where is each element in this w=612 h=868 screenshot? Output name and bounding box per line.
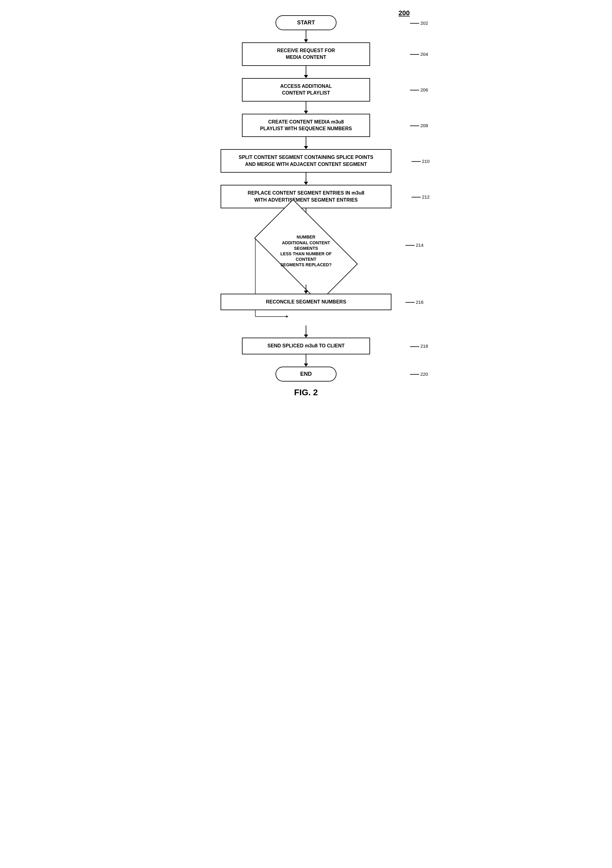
arrow-head [304,182,308,185]
decision-label: NUMBERADDITIONAL CONTENT SEGMENTSLESS TH… [280,234,332,267]
step7-ref: 218 [410,343,428,349]
start-row: START 202 [205,15,407,30]
decision-section: NO NUMBERADDITIONAL CONTENT SEGMENTSLESS… [211,220,401,326]
step4-row: SPLIT CONTENT SEGMENT CONTAINING SPLICE … [205,149,407,173]
arrow-line [306,285,306,291]
step4-ref: 210 [412,158,430,163]
flowchart: START 202 RECEIVE REQUEST FORMEDIA CONTE… [205,15,407,381]
arrow-line [306,137,306,146]
decision-ref: 214 [405,242,424,247]
step1-ref: 204 [410,51,428,57]
arrow-head [304,75,308,78]
arrow-3 [304,102,308,114]
diagram-container: 200 START 202 RECEIVE REQUEST FORMEDIA C… [199,6,413,416]
step7-label: SEND SPLICED m3u8 TO CLIENT [267,343,345,348]
arrow-2 [304,66,308,78]
arrow-9 [304,354,308,367]
step5-row: REPLACE CONTENT SEGMENT ENTRIES IN m3u8W… [205,185,407,208]
arrow-head [304,335,308,338]
step3-label: CREATE CONTENT MEDIA m3u8PLAYLIST WITH S… [260,119,352,131]
arrow-1 [304,30,308,42]
end-terminal: END [275,367,337,381]
step1-process: RECEIVE REQUEST FORMEDIA CONTENT [242,42,370,66]
step3-process: CREATE CONTENT MEDIA m3u8PLAYLIST WITH S… [242,114,370,137]
arrow-line [306,326,306,335]
fig-caption: FIG. 2 [205,388,407,397]
step6-label: RECONCILE SEGMENT NUMBERS [266,299,346,304]
arrow-line [306,354,306,364]
arrow-head [304,111,308,114]
arrow-head [304,146,308,149]
end-ref: 220 [410,372,428,377]
no-branch-merge-area [211,310,401,326]
arrow-8 [304,326,308,338]
arrow-5 [304,173,308,185]
arrow-line [306,173,306,182]
arrow-4 [304,137,308,149]
step4-process: SPLIT CONTENT SEGMENT CONTAINING SPLICE … [221,149,391,173]
step2-row: ACCESS ADDITIONALCONTENT PLAYLIST 206 [205,78,407,102]
arrow-head [304,364,308,367]
step3-row: CREATE CONTENT MEDIA m3u8PLAYLIST WITH S… [205,114,407,137]
step3-ref: 208 [410,122,428,128]
arrow-head [304,39,308,42]
arrow-line [306,102,306,111]
step1-row: RECEIVE REQUEST FORMEDIA CONTENT 204 [205,42,407,66]
step2-label: ACCESS ADDITIONALCONTENT PLAYLIST [280,84,332,96]
arrow-line [306,30,306,39]
decision-row: NUMBERADDITIONAL CONTENT SEGMENTSLESS TH… [211,220,401,282]
step5-label: REPLACE CONTENT SEGMENT ENTRIES IN m3u8W… [248,190,364,202]
step6-ref: 216 [405,299,424,305]
decision-text: NUMBERADDITIONAL CONTENT SEGMENTSLESS TH… [272,234,340,268]
start-ref: 202 [410,20,428,25]
step4-label: SPLIT CONTENT SEGMENT CONTAINING SPLICE … [239,155,373,166]
arrow-head [304,291,308,294]
step6-process: RECONCILE SEGMENT NUMBERS [221,294,391,310]
step1-label: RECEIVE REQUEST FORMEDIA CONTENT [277,48,335,60]
diamond-wrapper: NUMBERADDITIONAL CONTENT SEGMENTSLESS TH… [254,220,358,282]
step2-ref: 206 [410,87,428,92]
step6-row: RECONCILE SEGMENT NUMBERS 216 [211,294,401,310]
step7-row: SEND SPLICED m3u8 TO CLIENT 218 [205,338,407,354]
arrow-line [306,66,306,75]
start-terminal: START [275,15,337,30]
step5-ref: 212 [412,194,430,199]
step5-process: REPLACE CONTENT SEGMENT ENTRIES IN m3u8W… [221,185,391,208]
step2-process: ACCESS ADDITIONALCONTENT PLAYLIST [242,78,370,102]
arrow-7 [304,285,308,294]
end-row: END 220 [205,367,407,381]
step7-process: SEND SPLICED m3u8 TO CLIENT [242,338,370,354]
